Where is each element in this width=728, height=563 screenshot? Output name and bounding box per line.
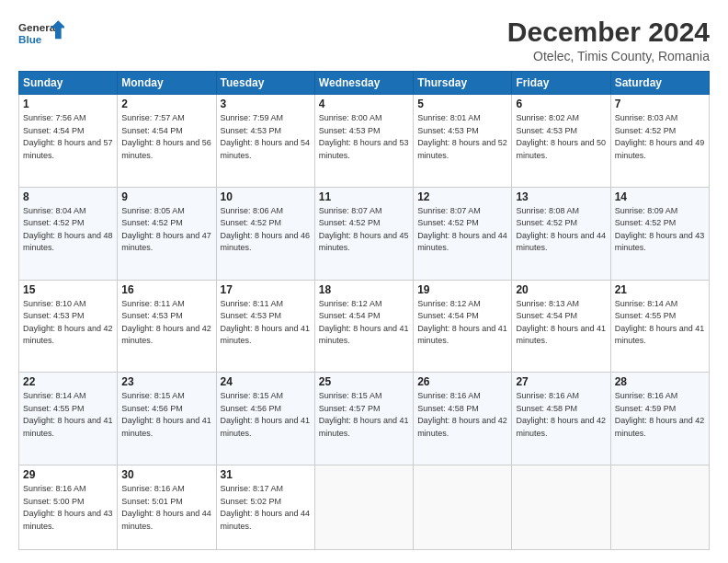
weekday-header-row: Sunday Monday Tuesday Wednesday Thursday… bbox=[19, 72, 710, 95]
table-row: 16 Sunrise: 8:11 AMSunset: 4:53 PMDaylig… bbox=[118, 280, 216, 373]
table-row: 21 Sunrise: 8:14 AMSunset: 4:55 PMDaylig… bbox=[610, 280, 709, 373]
table-row: 28 Sunrise: 8:16 AMSunset: 4:59 PMDaylig… bbox=[610, 373, 709, 465]
table-row: 31 Sunrise: 8:17 AMSunset: 5:02 PMDaylig… bbox=[216, 465, 314, 550]
title-block: December 2024 Otelec, Timis County, Roma… bbox=[507, 17, 710, 63]
table-row: 7 Sunrise: 8:03 AMSunset: 4:52 PMDayligh… bbox=[610, 95, 709, 188]
table-row bbox=[610, 465, 709, 550]
header-wednesday: Wednesday bbox=[314, 72, 413, 95]
table-row: 20 Sunrise: 8:13 AMSunset: 4:54 PMDaylig… bbox=[512, 280, 610, 373]
table-row: 25 Sunrise: 8:15 AMSunset: 4:57 PMDaylig… bbox=[314, 373, 413, 465]
table-row bbox=[414, 465, 512, 550]
table-row: 30 Sunrise: 8:16 AMSunset: 5:01 PMDaylig… bbox=[118, 465, 216, 550]
header-friday: Friday bbox=[512, 72, 610, 95]
header-tuesday: Tuesday bbox=[216, 72, 314, 95]
table-row: 6 Sunrise: 8:02 AMSunset: 4:53 PMDayligh… bbox=[512, 95, 610, 188]
header-monday: Monday bbox=[118, 72, 216, 95]
table-row: 24 Sunrise: 8:15 AMSunset: 4:56 PMDaylig… bbox=[216, 373, 314, 465]
table-row: 12 Sunrise: 8:07 AMSunset: 4:52 PMDaylig… bbox=[414, 187, 512, 280]
table-row: 13 Sunrise: 8:08 AMSunset: 4:52 PMDaylig… bbox=[512, 187, 610, 280]
table-row: 29 Sunrise: 8:16 AMSunset: 5:00 PMDaylig… bbox=[19, 465, 118, 550]
table-row: 15 Sunrise: 8:10 AMSunset: 4:53 PMDaylig… bbox=[19, 280, 118, 373]
table-row: 1 Sunrise: 7:56 AMSunset: 4:54 PMDayligh… bbox=[19, 95, 118, 188]
logo: General Blue bbox=[18, 17, 64, 53]
header: General Blue December 2024 Otelec, Timis… bbox=[18, 17, 710, 63]
table-row: 4 Sunrise: 8:00 AMSunset: 4:53 PMDayligh… bbox=[314, 95, 413, 188]
subtitle: Otelec, Timis County, Romania bbox=[507, 49, 710, 63]
table-row: 11 Sunrise: 8:07 AMSunset: 4:52 PMDaylig… bbox=[314, 187, 413, 280]
table-row: 14 Sunrise: 8:09 AMSunset: 4:52 PMDaylig… bbox=[610, 187, 709, 280]
table-row bbox=[512, 465, 610, 550]
table-row: 3 Sunrise: 7:59 AMSunset: 4:53 PMDayligh… bbox=[216, 95, 314, 188]
main-title: December 2024 bbox=[507, 17, 710, 47]
table-row: 9 Sunrise: 8:05 AMSunset: 4:52 PMDayligh… bbox=[118, 187, 216, 280]
table-row: 22 Sunrise: 8:14 AMSunset: 4:55 PMDaylig… bbox=[19, 373, 118, 465]
header-sunday: Sunday bbox=[19, 72, 118, 95]
logo-icon: General Blue bbox=[18, 17, 64, 53]
calendar-table: Sunday Monday Tuesday Wednesday Thursday… bbox=[18, 71, 710, 550]
table-row: 5 Sunrise: 8:01 AMSunset: 4:53 PMDayligh… bbox=[414, 95, 512, 188]
table-row: 18 Sunrise: 8:12 AMSunset: 4:54 PMDaylig… bbox=[314, 280, 413, 373]
table-row: 27 Sunrise: 8:16 AMSunset: 4:58 PMDaylig… bbox=[512, 373, 610, 465]
table-row: 8 Sunrise: 8:04 AMSunset: 4:52 PMDayligh… bbox=[19, 187, 118, 280]
page: General Blue December 2024 Otelec, Timis… bbox=[0, 0, 728, 563]
header-saturday: Saturday bbox=[610, 72, 709, 95]
table-row: 17 Sunrise: 8:11 AMSunset: 4:53 PMDaylig… bbox=[216, 280, 314, 373]
table-row: 10 Sunrise: 8:06 AMSunset: 4:52 PMDaylig… bbox=[216, 187, 314, 280]
table-row: 2 Sunrise: 7:57 AMSunset: 4:54 PMDayligh… bbox=[118, 95, 216, 188]
table-row: 19 Sunrise: 8:12 AMSunset: 4:54 PMDaylig… bbox=[414, 280, 512, 373]
table-row bbox=[314, 465, 413, 550]
svg-text:Blue: Blue bbox=[18, 33, 42, 45]
table-row: 26 Sunrise: 8:16 AMSunset: 4:58 PMDaylig… bbox=[414, 373, 512, 465]
header-thursday: Thursday bbox=[414, 72, 512, 95]
table-row: 23 Sunrise: 8:15 AMSunset: 4:56 PMDaylig… bbox=[118, 373, 216, 465]
